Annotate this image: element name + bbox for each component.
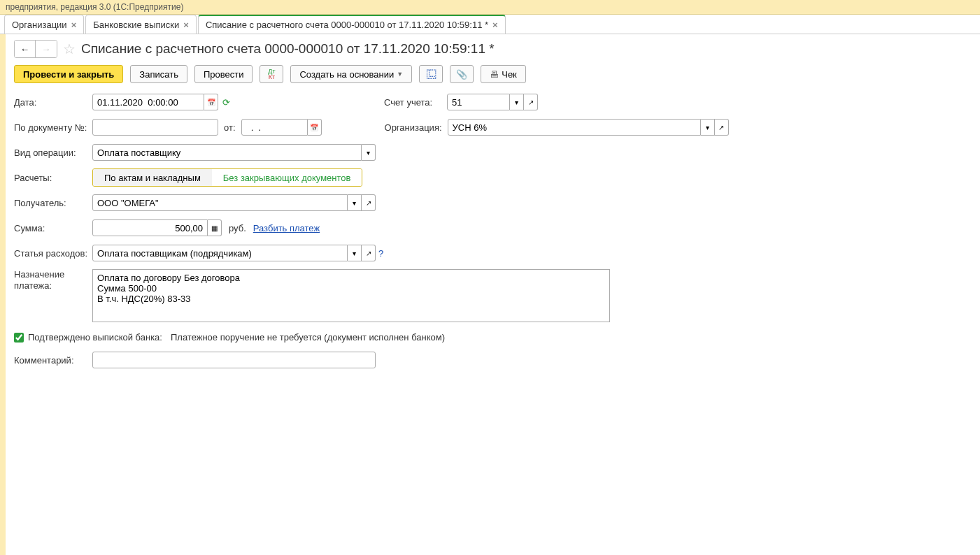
window-title: предприятия, редакция 3.0 (1С:Предприяти…	[6, 2, 183, 12]
post-and-close-button[interactable]: Провести и закрыть	[14, 65, 123, 83]
sum-input[interactable]	[92, 219, 208, 236]
chevron-down-icon[interactable]: ▾	[348, 194, 362, 211]
purpose-label: Назначение платежа:	[14, 269, 92, 291]
calendar-icon[interactable]: 📅	[204, 94, 218, 110]
help-icon[interactable]: ?	[378, 248, 383, 259]
page-title: Списание с расчетного счета 0000-000010 …	[81, 41, 495, 57]
toolbar: Провести и закрыть Записать Провести ДтК…	[14, 65, 972, 83]
open-icon[interactable]: ↗	[524, 94, 538, 110]
tab-bank-statements[interactable]: Банковские выписки ×	[85, 15, 197, 34]
expense-input[interactable]	[92, 245, 348, 261]
forward-button[interactable]: →	[36, 41, 57, 57]
arrow-right-icon: →	[41, 44, 50, 55]
window-title-bar: предприятия, редакция 3.0 (1С:Предприяти…	[0, 0, 980, 15]
open-icon[interactable]: ↗	[362, 245, 376, 261]
chevron-down-icon[interactable]: ▾	[362, 144, 376, 161]
dtkt-icon: ДтКт	[268, 69, 275, 80]
sum-label: Сумма:	[14, 223, 92, 233]
dtkt-button[interactable]: ДтКт	[260, 65, 283, 83]
create-based-button[interactable]: Создать на основании ▼	[290, 65, 412, 83]
close-icon[interactable]: ×	[183, 20, 189, 30]
star-icon[interactable]: ☆	[63, 41, 76, 57]
optype-input[interactable]	[92, 144, 362, 161]
docdate-input[interactable]	[241, 119, 308, 136]
optype-label: Вид операции:	[14, 147, 92, 158]
comment-input[interactable]	[92, 352, 376, 368]
docnum-from-label: от:	[224, 122, 236, 133]
date-label: Дата:	[14, 97, 92, 108]
calc-toggle: По актам и накладным Без закрывающих док…	[92, 168, 362, 187]
confirmed-label: Подтверждено выпиской банка:	[28, 332, 162, 343]
confirmed-note: Платежное поручение не требуется (докуме…	[171, 332, 445, 343]
post-button[interactable]: Провести	[194, 65, 253, 83]
docnum-input[interactable]	[92, 119, 218, 136]
purpose-textarea[interactable]	[92, 269, 610, 322]
tab-organizations[interactable]: Организации ×	[4, 15, 84, 34]
calc-no-closing-button[interactable]: Без закрывающих документов	[212, 169, 362, 186]
tab-label: Организации	[12, 20, 67, 30]
back-button[interactable]: ←	[15, 41, 36, 57]
tab-label: Банковские выписки	[93, 20, 179, 30]
structure-button[interactable]: ⿺	[419, 65, 443, 83]
open-icon[interactable]: ↗	[715, 119, 729, 136]
docnum-label: По документу №:	[14, 122, 92, 133]
expense-label: Статья расходов:	[14, 248, 92, 259]
save-button[interactable]: Записать	[130, 65, 187, 83]
calc-by-acts-button[interactable]: По актам и накладным	[93, 169, 212, 186]
comment-label: Комментарий:	[14, 355, 92, 366]
chevron-down-icon[interactable]: ▾	[348, 245, 362, 261]
close-icon[interactable]: ×	[71, 20, 77, 30]
account-label: Счет учета:	[384, 97, 447, 108]
close-icon[interactable]: ×	[492, 20, 498, 30]
confirmed-checkbox[interactable]	[14, 333, 24, 343]
arrow-left-icon: ←	[20, 44, 29, 55]
chevron-down-icon[interactable]: ▾	[510, 94, 524, 110]
calc-label: Расчеты:	[14, 173, 92, 183]
currency-label: руб.	[229, 223, 246, 233]
tab-label: Списание с расчетного счета 0000-000010 …	[206, 20, 488, 30]
split-payment-link[interactable]: Разбить платеж	[253, 223, 320, 233]
org-label: Организация:	[385, 122, 448, 133]
attach-button[interactable]: 📎	[450, 65, 474, 83]
left-strip	[0, 34, 6, 555]
create-based-label: Создать на основании	[299, 69, 394, 80]
account-input[interactable]	[447, 94, 510, 110]
chevron-down-icon: ▼	[397, 71, 403, 78]
chevron-down-icon[interactable]: ▾	[701, 119, 715, 136]
cheque-label: Чек	[502, 69, 517, 80]
recipient-label: Получатель:	[14, 198, 92, 208]
date-input[interactable]	[92, 94, 204, 110]
printer-icon: 🖶	[490, 69, 499, 80]
cheque-button[interactable]: 🖶 Чек	[481, 65, 526, 83]
refresh-icon[interactable]: ⟳	[222, 97, 230, 108]
calendar-icon[interactable]: 📅	[308, 119, 322, 136]
nav-box: ← →	[14, 40, 57, 58]
org-input[interactable]	[448, 119, 701, 136]
tab-bar: Организации × Банковские выписки × Списа…	[0, 15, 980, 34]
tab-writeoff[interactable]: Списание с расчетного счета 0000-000010 …	[198, 15, 506, 34]
recipient-input[interactable]	[92, 194, 348, 211]
red-underline	[114, 186, 362, 187]
paperclip-icon: 📎	[456, 69, 467, 80]
structure-icon: ⿺	[427, 69, 436, 80]
calculator-icon[interactable]: ▦	[208, 219, 222, 236]
open-icon[interactable]: ↗	[362, 194, 376, 211]
